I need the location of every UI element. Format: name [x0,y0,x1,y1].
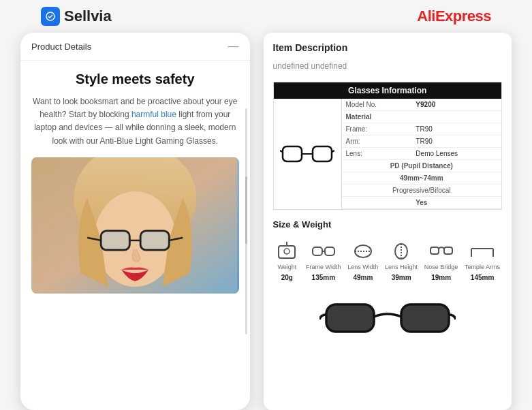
frame-width-label: Frame Width [306,264,341,271]
highlight-text: harmful blue [131,110,176,119]
product-headline: Style meets safety [31,72,239,87]
weight-label: Weight [277,264,296,271]
arm-label: Arm: [342,136,412,148]
svg-rect-27 [444,247,452,254]
pd-label: PD (Pupil Distance) [342,160,502,172]
temple-arms-label: Temple Arms [465,264,500,271]
svg-rect-12 [313,146,332,161]
sellvia-logo: Sellvia [41,7,112,26]
lens-width-value: 49mm [353,274,373,281]
frame-width-icon [311,242,336,261]
frame-value: TR90 [411,123,501,136]
glasses-info-header: Glasses Information [274,82,502,99]
model-no-value: Y9200 [411,99,501,111]
bifocal-label: Progressive/Bifocal [342,185,502,197]
temple-arms-icon [470,242,495,261]
svg-rect-26 [431,247,439,254]
svg-point-18 [284,249,290,254]
product-description: Want to look booksmart and be proactive … [31,95,239,148]
product-image [31,157,239,294]
svg-rect-19 [313,247,322,255]
size-item-temple-arms: Temple Arms 145mm [465,242,500,281]
lens-height-label: Lens Height [385,264,418,271]
scrollbar[interactable] [245,108,247,334]
size-item-weight: Weight 20g [275,242,299,281]
svg-rect-34 [402,305,448,331]
panels: Product Details — Style meets safety Wan… [0,33,532,410]
lens-height-icon [389,242,413,261]
product-details-title: Product Details [31,42,91,52]
bifocal-value: Yes [342,197,502,209]
material-label: Material [342,111,502,123]
svg-rect-33 [327,305,373,331]
panel-header: Product Details — [20,33,250,61]
lens-value: Demo Lenses [411,148,501,160]
glasses-image-cell [274,99,342,209]
size-item-lens-width: Lens Width 49mm [347,242,378,281]
pd-value: 49mm~74mm [342,172,502,185]
aliexpress-panel: Item Description undefined undefined Gla… [264,33,512,410]
frame-width-value: 135mm [312,274,335,281]
aliexpress-logo: AliExpress [417,7,491,25]
nose-bridge-icon [429,242,454,261]
undefined-text: undefined undefined [273,61,503,71]
size-item-frame: Frame Width 135mm [306,242,341,281]
svg-rect-16 [279,246,295,258]
temple-arms-value: 145mm [471,274,494,281]
nose-bridge-label: Nose Bridge [424,264,458,271]
item-description-title: Item Description [273,42,503,53]
sellvia-icon [41,7,60,26]
panel-content: Style meets safety Want to look booksmar… [20,61,250,410]
size-item-lens-height: Lens Height 39mm [385,242,418,281]
svg-rect-9 [101,232,129,249]
weight-icon [275,242,299,261]
arm-value: TR90 [411,136,501,148]
header: Sellvia AliExpress [0,0,532,33]
svg-rect-11 [283,146,302,161]
size-item-nose-bridge: Nose Bridge 19mm [424,242,458,281]
bottom-glasses-image [273,291,503,345]
size-weight-title: Size & Weight [273,219,503,230]
svg-rect-20 [325,247,334,255]
minimize-icon[interactable]: — [228,41,239,52]
size-icons-row: Weight 20g Frame Width 135mm [273,242,503,281]
svg-point-24 [395,244,407,259]
scrollbar-thumb[interactable] [245,176,247,245]
glasses-info-body: Model No. Y9200 Material Frame: TR90 Arm… [274,99,502,209]
glasses-info-section: Glasses Information [273,82,503,210]
sellvia-panel: Product Details — Style meets safety Wan… [20,33,250,410]
nose-bridge-value: 19mm [431,274,451,281]
model-no-label: Model No. [342,99,412,111]
frame-label: Frame: [342,123,412,136]
lens-width-icon [351,242,375,261]
lens-label: Lens: [342,148,412,160]
weight-value: 20g [281,274,293,281]
svg-rect-10 [141,232,168,249]
glasses-table: Model No. Y9200 Material Frame: TR90 Arm… [342,99,502,209]
lens-height-value: 39mm [392,274,411,281]
lens-width-label: Lens Width [347,264,378,271]
